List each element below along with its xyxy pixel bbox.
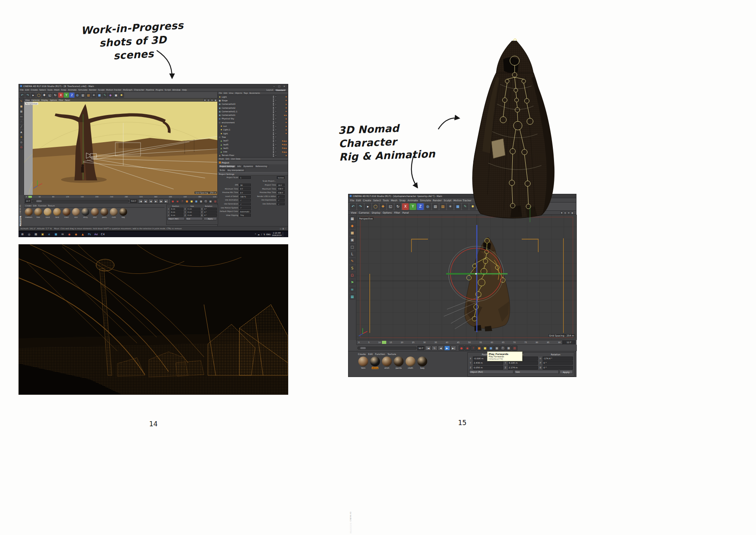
object-tags[interactable]: ▪	[278, 107, 287, 109]
position-field[interactable]: 2.438 m	[473, 361, 503, 365]
enable-toggle[interactable]	[275, 121, 277, 123]
parameter-key-button[interactable]: ■	[494, 346, 500, 351]
visibility-dots[interactable]	[273, 107, 274, 108]
material-item[interactable]: cloth	[109, 208, 118, 218]
object-row[interactable]: ◍ Physical Sky ▪	[218, 117, 288, 121]
light-icon[interactable]: ✹	[119, 93, 124, 98]
layout-switcher[interactable]: Layout: Standard	[267, 89, 287, 91]
layout-value[interactable]: Standard	[274, 89, 287, 91]
attribute-section-header[interactable]: Project Settings	[218, 172, 288, 175]
goto-end-button[interactable]: ▶|	[164, 199, 169, 203]
sphere-icon[interactable]: S	[349, 265, 356, 271]
enable-toggle[interactable]	[275, 110, 277, 112]
material-item[interactable]: bag	[119, 208, 128, 218]
rotation-field[interactable]: 0 °	[204, 208, 217, 210]
pen-icon[interactable]: ✎	[349, 258, 356, 264]
menu-item[interactable]: Edit	[356, 199, 361, 202]
wire-cube-icon[interactable]: □	[349, 244, 356, 250]
material-sphere[interactable]	[110, 208, 118, 216]
render-settings-icon[interactable]: ✳	[91, 93, 96, 98]
object-tags[interactable]: ▪	[278, 96, 287, 98]
timeline-slider-button[interactable]: ▥	[512, 346, 517, 351]
material-menu-item[interactable]: Create	[358, 353, 366, 355]
menu-item[interactable]: Mesh	[391, 199, 398, 202]
attr-value[interactable]: 0 F	[239, 191, 251, 194]
object-row[interactable]: ■ Stage ▪	[218, 98, 288, 102]
enable-toggle[interactable]	[275, 107, 277, 109]
play-forwards-button[interactable]: ▶	[154, 199, 158, 203]
visibility-dots[interactable]	[273, 139, 274, 141]
undo-icon[interactable]: ↶	[20, 93, 25, 98]
rotation-field[interactable]: 0 °	[204, 211, 217, 214]
position-field[interactable]: 0 cm	[170, 214, 183, 217]
material-sphere[interactable]	[394, 357, 404, 366]
material-item[interactable]: cloth	[405, 357, 416, 369]
enable-toggle[interactable]	[275, 118, 277, 120]
next-key-button[interactable]: |▶	[159, 199, 163, 203]
rotate-tool-icon[interactable]: ↻	[53, 93, 58, 98]
orange-diamond-icon[interactable]: ◆	[349, 223, 356, 229]
size-field[interactable]: 2.174 m	[508, 366, 538, 370]
scale-key-button[interactable]: ■	[482, 346, 488, 351]
parent-mode-button[interactable]: Ⓟ	[204, 199, 208, 203]
slider-handle[interactable]	[36, 200, 42, 202]
chrome-icon[interactable]: ◉	[66, 232, 72, 237]
material-sphere[interactable]	[63, 208, 70, 216]
menu-item[interactable]: File	[350, 199, 354, 202]
clock[interactable]: 1:18 AM 19/4/2019	[272, 232, 282, 236]
attr-value[interactable]: Automatic	[239, 210, 251, 213]
visibility-dots[interactable]	[273, 125, 274, 126]
visibility-dots[interactable]	[273, 99, 274, 100]
menu-item[interactable]: Render	[433, 199, 441, 202]
menu-item[interactable]: Help	[182, 89, 187, 91]
coord-size-dropdown[interactable]: Size	[514, 370, 559, 374]
model-mode-icon[interactable]: ■	[19, 104, 24, 109]
object-row[interactable]: ∅ environment ▪	[218, 121, 288, 124]
menu-item[interactable]: Edit	[25, 89, 29, 91]
ruler-icon[interactable]: L	[349, 251, 356, 257]
menu-item[interactable]: Mesh	[54, 89, 59, 91]
attribute-tab[interactable]: To Do	[219, 169, 226, 172]
render-view-icon[interactable]: ▧	[80, 93, 85, 98]
autokey-button[interactable]: ◉	[465, 346, 470, 351]
menu-item[interactable]: Create	[363, 199, 371, 202]
rotate-tool-icon[interactable]: ↻	[395, 203, 401, 210]
visibility-dots[interactable]	[273, 154, 274, 155]
edges-mode-icon[interactable]: ╱	[19, 125, 24, 129]
visibility-dots[interactable]	[273, 128, 274, 130]
live-selection-icon[interactable]: ◯	[372, 203, 379, 210]
position-field[interactable]: 0 cm	[170, 211, 183, 214]
start-button[interactable]: ⊞	[19, 232, 26, 237]
material-item[interactable]: tree	[34, 208, 43, 218]
coord-mode-dropdown[interactable]: Object (Rel)	[469, 370, 513, 374]
attr-value[interactable]: 10 F	[277, 184, 285, 187]
material-item[interactable]: shiny	[370, 357, 380, 369]
pan-view-icon[interactable]: ✚	[204, 99, 206, 101]
object-row[interactable]: ✹ Light.1 ▪	[218, 128, 288, 132]
attribute-tab[interactable]: Dynamics	[243, 165, 254, 168]
scale-tool-icon[interactable]: ◱	[387, 203, 394, 210]
play-backwards-button[interactable]: ◀	[438, 346, 444, 351]
object-row[interactable]: ▲ tree ▪▲▲	[218, 150, 288, 153]
solo-icon[interactable]: ◎	[19, 140, 24, 145]
object-tags[interactable]: ▪	[278, 99, 287, 101]
after-effects-icon[interactable]: Ae	[93, 232, 99, 237]
polygons-mode-icon[interactable]: ▲	[19, 130, 24, 134]
enable-toggle[interactable]	[275, 114, 277, 116]
viewport[interactable]: Perspective Grid Spacing : 254 m	[356, 215, 577, 340]
attr-value[interactable]: 530 F	[277, 191, 285, 194]
viewport-menu-item[interactable]: Display	[41, 99, 48, 101]
snapshot-grid-button[interactable]: ▦	[506, 346, 511, 351]
attribute-tab[interactable]: Referencing	[254, 165, 268, 168]
object-menu-item[interactable]: Tags	[244, 92, 248, 94]
attr-value[interactable]: Tiny	[239, 214, 251, 217]
coordinate-globe-icon[interactable]: ◍	[424, 203, 431, 210]
material-item[interactable]: shirt	[382, 357, 392, 369]
attribute-tab[interactable]: Project Settings	[219, 165, 236, 168]
object-tags[interactable]: ▪▲▲	[278, 140, 287, 142]
toggle-view-icon[interactable]: ▦	[214, 99, 217, 101]
scale-key-button[interactable]: ■	[189, 199, 194, 203]
object-tags[interactable]: ▪	[278, 103, 287, 105]
keyframe-help-button[interactable]: ?	[180, 199, 184, 203]
undo-icon[interactable]: ↶	[350, 203, 356, 210]
